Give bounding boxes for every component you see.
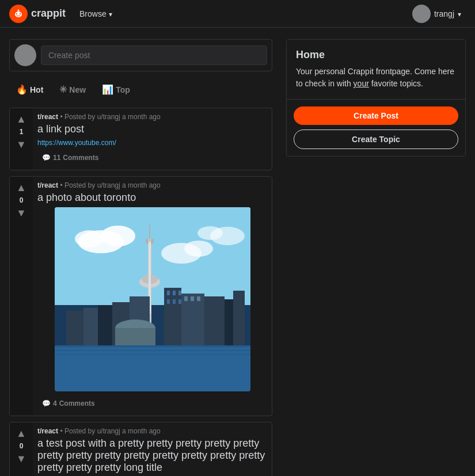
header: crappit Browse trangj <box>0 0 475 28</box>
sort-tab-new[interactable]: ✳ New <box>52 79 93 100</box>
post-content: t/react • Posted by u/trangj a month ago… <box>33 177 272 416</box>
sort-tab-hot[interactable]: 🔥 Hot <box>9 79 50 100</box>
svg-point-2 <box>16 13 17 14</box>
comments-icon: 💬 <box>42 154 51 162</box>
comments-label: Comments <box>63 154 98 162</box>
sidebar: Home Your personal Crappit frontpage. Co… <box>286 39 466 476</box>
user-menu[interactable]: trangj <box>408 2 466 25</box>
post-actions: 💬 4 Comments <box>37 396 267 411</box>
upvote-button[interactable]: ▲ <box>15 113 28 125</box>
post-meta: t/react • Posted by u/trangj a month ago <box>37 427 267 435</box>
new-icon: ✳ <box>59 84 67 95</box>
browse-chevron-icon <box>109 9 112 18</box>
svg-rect-25 <box>178 291 181 295</box>
svg-point-12 <box>197 226 223 240</box>
logo-icon <box>9 5 28 23</box>
upvote-button[interactable]: ▲ <box>15 181 28 194</box>
vote-column: ▲ 0 ▼ <box>10 422 33 476</box>
post-author: u/trangj <box>97 427 120 435</box>
svg-rect-29 <box>181 294 204 345</box>
post-time: a month ago <box>122 113 161 121</box>
post-time: a month ago <box>122 427 161 435</box>
post-card: ▲ 1 ▼ t/react • Posted by u/trangj a mon… <box>9 108 272 170</box>
vote-column: ▲ 1 ▼ <box>10 108 33 170</box>
svg-point-10 <box>184 241 213 257</box>
post-topic[interactable]: t/react <box>37 113 58 121</box>
svg-point-7 <box>101 226 135 246</box>
post-topic[interactable]: t/react <box>37 181 58 189</box>
svg-rect-35 <box>233 291 245 345</box>
post-topic[interactable]: t/react <box>37 427 58 435</box>
top-icon: 📊 <box>102 84 113 95</box>
downvote-button[interactable]: ▼ <box>15 452 28 465</box>
sort-hot-label: Hot <box>30 85 43 94</box>
svg-rect-43 <box>55 345 250 347</box>
svg-rect-26 <box>167 299 170 304</box>
post-link[interactable]: https://www.youtube.com/ <box>37 139 267 147</box>
post-title[interactable]: a photo about toronto <box>37 192 267 204</box>
svg-rect-38 <box>98 305 112 345</box>
sidebar-description: Your personal Crappit frontpage. Come he… <box>296 66 456 90</box>
sidebar-card-header: Home Your personal Crappit frontpage. Co… <box>287 40 465 100</box>
svg-point-4 <box>18 9 20 11</box>
sort-tabs: 🔥 Hot ✳ New 📊 Top <box>9 77 272 102</box>
svg-rect-28 <box>178 299 181 304</box>
svg-rect-45 <box>55 354 250 355</box>
post-title[interactable]: a test post with a pretty pretty pretty … <box>37 437 267 474</box>
create-post-bar <box>9 39 272 71</box>
svg-rect-13 <box>55 340 250 391</box>
svg-rect-33 <box>204 296 225 345</box>
comments-count: 4 <box>53 399 57 408</box>
create-topic-button[interactable]: Create Topic <box>294 130 458 149</box>
sidebar-title: Home <box>296 49 456 61</box>
posted-by-label: • Posted by <box>60 113 97 121</box>
post-card: ▲ 0 ▼ t/react • Posted by u/trangj a mon… <box>9 422 272 476</box>
sort-top-label: Top <box>116 85 130 94</box>
post-title[interactable]: a link post <box>37 123 267 135</box>
vote-count: 0 <box>20 442 24 450</box>
svg-rect-30 <box>184 296 188 301</box>
create-post-input[interactable] <box>41 45 267 65</box>
svg-rect-32 <box>197 296 200 301</box>
posted-by-label: • Posted by <box>60 427 97 435</box>
posted-by-label: • Posted by <box>60 181 97 189</box>
sidebar-card-body: Create Post Create Topic <box>287 100 465 156</box>
svg-rect-40 <box>66 311 83 345</box>
post-actions: 💬 11 Comments <box>37 150 267 165</box>
sidebar-card-home: Home Your personal Crappit frontpage. Co… <box>286 39 466 157</box>
logo[interactable]: crappit <box>9 5 66 23</box>
user-name: trangj <box>434 9 454 18</box>
svg-rect-31 <box>191 296 194 301</box>
browse-label: Browse <box>79 9 107 18</box>
post-content: t/react • Posted by u/trangj a month ago… <box>33 422 272 476</box>
sort-tab-top[interactable]: 📊 Top <box>95 79 137 100</box>
post-author: u/trangj <box>97 181 120 189</box>
hot-icon: 🔥 <box>16 84 28 95</box>
comments-button[interactable]: 💬 4 Comments <box>37 396 100 411</box>
svg-point-3 <box>20 13 21 14</box>
svg-rect-21 <box>149 224 150 242</box>
svg-rect-44 <box>55 350 250 351</box>
comments-button[interactable]: 💬 11 Comments <box>37 150 103 165</box>
downvote-button[interactable]: ▼ <box>15 207 28 219</box>
upvote-button[interactable]: ▲ <box>15 427 28 440</box>
user-menu-chevron-icon <box>458 9 461 18</box>
create-post-avatar <box>14 44 36 66</box>
post-image <box>55 207 250 391</box>
post-meta: t/react • Posted by u/trangj a month ago <box>37 181 267 189</box>
sidebar-desc-highlight: your <box>354 79 369 88</box>
post-author: u/trangj <box>97 113 120 121</box>
comments-count: 11 <box>53 154 60 162</box>
svg-rect-22 <box>164 288 181 345</box>
create-post-button[interactable]: Create Post <box>294 106 458 125</box>
post-time: a month ago <box>122 181 161 189</box>
main-layout: 🔥 Hot ✳ New 📊 Top ▲ 1 ▼ t/react <box>0 28 475 476</box>
svg-rect-23 <box>167 291 170 295</box>
vote-column: ▲ 0 ▼ <box>10 177 33 416</box>
logo-text: crappit <box>31 7 66 20</box>
svg-rect-39 <box>83 308 98 345</box>
feed: 🔥 Hot ✳ New 📊 Top ▲ 1 ▼ t/react <box>9 39 272 476</box>
browse-button[interactable]: Browse <box>75 7 117 21</box>
downvote-button[interactable]: ▼ <box>15 138 28 151</box>
post-card: ▲ 0 ▼ t/react • Posted by u/trangj a mon… <box>9 176 272 416</box>
